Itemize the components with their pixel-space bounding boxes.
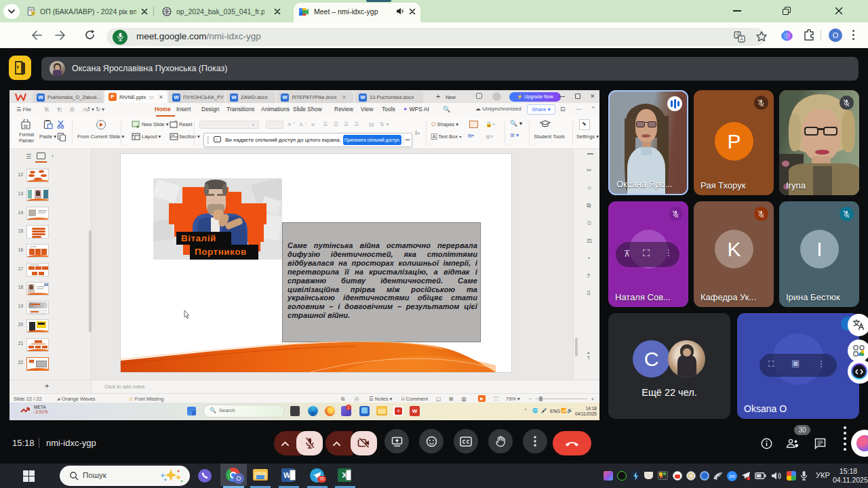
svg-text:A: A — [740, 37, 743, 41]
